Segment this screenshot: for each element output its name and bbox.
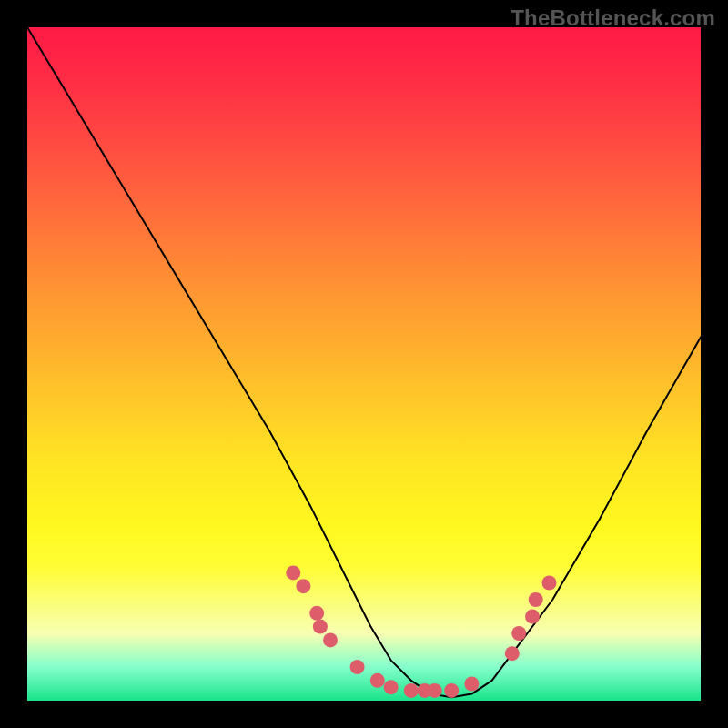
marker-dot <box>350 660 365 674</box>
marker-dot <box>309 606 324 621</box>
marker-dot <box>296 579 310 593</box>
marker-dot <box>323 632 338 647</box>
marker-dot <box>542 576 557 591</box>
marker-dot <box>404 683 419 698</box>
marker-dot <box>286 565 300 580</box>
marker-dot <box>384 680 399 694</box>
plot-area <box>27 27 701 701</box>
marker-dot <box>444 683 459 698</box>
marker-dot <box>464 677 479 692</box>
marker-dot <box>313 620 328 634</box>
plot-svg <box>27 27 701 701</box>
marker-dot <box>505 646 520 661</box>
marker-dot <box>525 610 540 624</box>
marker-dot <box>511 626 526 641</box>
marker-dot <box>529 592 543 607</box>
chart-frame: TheBottleneck.com <box>0 0 728 728</box>
marker-group <box>286 565 556 698</box>
marker-dot <box>370 673 385 688</box>
marker-dot <box>428 683 442 698</box>
bottleneck-curve <box>27 27 701 697</box>
